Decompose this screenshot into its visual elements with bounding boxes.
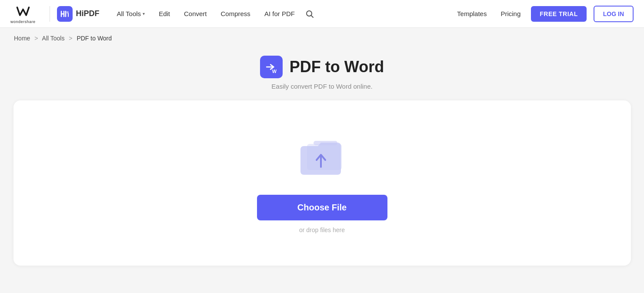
- nav-all-tools[interactable]: All Tools ▾: [110, 0, 152, 28]
- nav-convert[interactable]: Convert: [177, 0, 214, 28]
- hipdf-icon: [57, 6, 73, 22]
- logo-divider: [50, 6, 50, 22]
- header: wondershare HiPDF All Tools ▾ Edit Conve…: [0, 0, 644, 28]
- hipdf-brand[interactable]: HiPDF: [57, 6, 100, 22]
- wondershare-logo[interactable]: wondershare: [10, 3, 36, 24]
- login-button[interactable]: LOG IN: [594, 6, 634, 22]
- nav-ai-for-pdf[interactable]: AI for PDF: [257, 0, 302, 28]
- all-tools-label: All Tools: [117, 10, 141, 17]
- templates-link[interactable]: Templates: [454, 10, 490, 17]
- breadcrumb-current: PDF to Word: [77, 35, 112, 42]
- pricing-link[interactable]: Pricing: [497, 10, 524, 17]
- main-content: W PDF to Word Easily convert PDF to Word…: [0, 49, 644, 280]
- hipdf-label: HiPDF: [76, 9, 100, 18]
- breadcrumb: Home > All Tools > PDF to Word: [0, 28, 644, 49]
- chevron-down-icon: ▾: [143, 11, 145, 16]
- folder-icon-area: [294, 133, 350, 183]
- svg-text:W: W: [272, 69, 277, 74]
- drop-zone[interactable]: Choose File or drop files here: [13, 100, 631, 266]
- breadcrumb-sep-2: >: [69, 35, 72, 42]
- compress-label: Compress: [221, 10, 250, 17]
- breadcrumb-all-tools[interactable]: All Tools: [42, 35, 65, 42]
- free-trial-button[interactable]: FREE TRIAL: [531, 6, 586, 22]
- nav-links: All Tools ▾ Edit Convert Compress AI for…: [110, 0, 454, 28]
- breadcrumb-home[interactable]: Home: [14, 35, 30, 42]
- edit-label: Edit: [159, 10, 170, 17]
- pdf-word-icon-graphic: W: [264, 59, 279, 75]
- page-subtitle: Easily convert PDF to Word online.: [271, 83, 372, 90]
- drop-hint: or drop files here: [299, 226, 345, 233]
- svg-rect-0: [15, 3, 31, 19]
- wondershare-text: wondershare: [10, 20, 36, 24]
- header-right: Templates Pricing FREE TRIAL LOG IN: [454, 6, 634, 22]
- search-button[interactable]: [302, 0, 317, 28]
- page-title: PDF to Word: [290, 58, 384, 76]
- svg-point-3: [307, 11, 312, 16]
- nav-compress[interactable]: Compress: [214, 0, 257, 28]
- page-header: W PDF to Word Easily convert PDF to Word…: [260, 56, 384, 90]
- pdf-to-word-icon: W: [260, 56, 283, 78]
- nav-edit[interactable]: Edit: [152, 0, 177, 28]
- choose-file-button[interactable]: Choose File: [257, 195, 387, 220]
- ai-for-pdf-label: AI for PDF: [264, 10, 295, 17]
- logo-area: wondershare: [10, 3, 36, 24]
- search-icon: [305, 10, 314, 18]
- page-title-row: W PDF to Word: [260, 56, 384, 78]
- wondershare-icon: [15, 3, 31, 19]
- folder-upload-icon: [294, 133, 350, 181]
- breadcrumb-sep-1: >: [34, 35, 38, 42]
- convert-label: Convert: [184, 10, 207, 17]
